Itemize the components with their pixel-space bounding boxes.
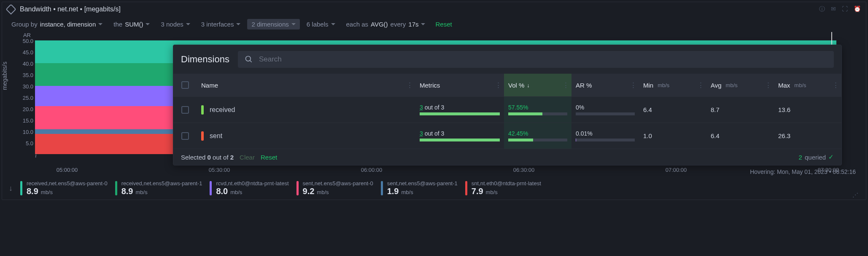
col-max[interactable]: Maxmb/s⋮ (774, 82, 841, 89)
y-tick: 35.0 (12, 72, 33, 78)
clear-button[interactable]: Clear (240, 154, 255, 161)
col-avg[interactable]: Avgmb/s⋮ (706, 82, 774, 89)
search-box[interactable] (238, 51, 834, 68)
y-tick: 25.0 (12, 95, 33, 101)
y-axis: megabits/s AR 50.045.040.035.030.025.020… (2, 32, 35, 167)
sort-arrow-icon[interactable]: ↓ (9, 184, 13, 193)
col-vol[interactable]: Vol %↓⋮ (504, 74, 571, 96)
legend-item[interactable]: received,net.ens5@aws-parent-0 8.9mb/s (20, 180, 108, 196)
y-tick: 15.0 (12, 117, 33, 124)
chevron-down-icon (331, 23, 335, 25)
tag-icon (5, 4, 16, 14)
search-input[interactable] (259, 55, 827, 64)
popup-title: Dimensions (181, 54, 229, 65)
legend-color-icon (115, 181, 117, 195)
reset-button[interactable]: Reset (261, 154, 277, 161)
legend-name: rcvd,nt.eth0@ntdta-prnt-latest (216, 180, 288, 187)
legend-value: 8.9 (27, 187, 38, 196)
query-toolbar: Group by instance, dimension the SUM() 3… (2, 16, 866, 32)
legend-item[interactable]: sent,net.ens5@aws-parent-0 9.2mb/s (297, 180, 373, 196)
table-row[interactable]: sent 3 out of 3 42.45% 0.01% 1.0 6.4 26.… (173, 123, 841, 149)
x-tick: 06:00:00 (361, 167, 383, 173)
select-all-checkbox[interactable] (181, 81, 189, 89)
color-chip (201, 105, 204, 115)
legend-color-icon (381, 181, 383, 195)
legend-value: 8.9 (121, 187, 133, 196)
y-tick: 40.0 (12, 61, 33, 67)
legend-item[interactable]: rcvd,nt.eth0@ntdta-prnt-latest 8.0mb/s (210, 180, 288, 196)
selection-count: Selected 0 out of 2 (181, 154, 234, 161)
info-icon[interactable]: ⓘ (819, 5, 825, 13)
x-tick: 05:00:00 (57, 167, 78, 173)
legend-item[interactable]: sent,net.ens5@aws-parent-1 1.9mb/s (381, 180, 458, 196)
aggregation-selector[interactable]: the SUM() (109, 19, 154, 29)
resize-handle-icon[interactable]: ⋰ (852, 194, 859, 196)
y-tick: 20.0 (12, 106, 33, 112)
row-name-label: received (210, 106, 235, 114)
metrics-cell: 3 out of 3 (415, 104, 504, 115)
dimensions-selector[interactable]: 2 dimensions (247, 19, 299, 29)
row-checkbox[interactable] (181, 132, 189, 140)
y-tick: 10.0 (12, 129, 33, 135)
nodes-selector[interactable]: 3 nodes (156, 19, 194, 29)
ar-cell: 0% (571, 104, 639, 115)
labels-selector[interactable]: 6 labels (302, 19, 340, 29)
avg-cell: 8.7 (706, 106, 774, 113)
color-chip (201, 131, 204, 141)
legend-color-icon (20, 181, 22, 195)
col-min[interactable]: Minmb/s⋮ (639, 82, 706, 89)
interfaces-selector[interactable]: 3 interfaces (197, 19, 245, 29)
check-icon: ✓ (828, 153, 834, 161)
legend-value: 9.2 (303, 187, 315, 196)
hover-timestamp: Hovering: Mon, May 01, 2023 • 06:52:16 (2, 167, 866, 177)
vol-cell: 57.55% (504, 97, 571, 123)
col-ar[interactable]: AR %⋮ (571, 82, 639, 89)
chevron-down-icon (421, 23, 425, 25)
x-tick: 07:30:00 (818, 167, 839, 173)
x-tick: 07:00:00 (666, 167, 687, 173)
reset-button[interactable]: Reset (435, 21, 452, 28)
legend-name: snt,nt.eth0@ntdta-prnt-latest (472, 180, 541, 187)
chevron-down-icon (146, 23, 150, 25)
export-icon[interactable]: ✉ (831, 5, 836, 13)
table-header: Name⋮ Metrics⋮ Vol %↓⋮ AR %⋮ Minmb/s⋮ Av… (173, 74, 841, 96)
legend-item[interactable]: snt,nt.eth0@ntdta-prnt-latest 7.9mb/s (465, 180, 541, 196)
col-metrics[interactable]: Metrics⋮ (415, 82, 504, 89)
legend-name: received,net.ens5@aws-parent-0 (27, 180, 108, 187)
table-row[interactable]: received 3 out of 3 57.55% 0% 6.4 8.7 13… (173, 96, 841, 123)
y-tick: 30.0 (12, 83, 33, 90)
avg-cell: 6.4 (706, 132, 774, 139)
legend-name: sent,net.ens5@aws-parent-1 (387, 180, 458, 187)
y-tick: 50.0 (12, 38, 33, 44)
metrics-cell: 3 out of 3 (415, 130, 504, 141)
legend-name: received,net.ens5@aws-parent-1 (121, 180, 202, 187)
legend-color-icon (297, 181, 299, 195)
row-checkbox[interactable] (181, 106, 189, 114)
chevron-down-icon (291, 23, 296, 25)
legend-value: 1.9 (387, 187, 399, 196)
y-tick: 45.0 (12, 49, 33, 56)
col-name[interactable]: Name⋮ (197, 82, 415, 89)
chevron-down-icon (236, 23, 240, 25)
panel-header: Bandwidth • net.net • [megabits/s] ⓘ ✉ ⛶… (2, 2, 866, 16)
chevron-down-icon (186, 23, 190, 25)
svg-line-1 (250, 61, 251, 62)
legend-value: 7.9 (472, 187, 483, 196)
max-cell: 13.6 (774, 106, 841, 113)
popup-footer: Selected 0 out of 2 Clear Reset 2 querie… (173, 149, 841, 165)
row-name-label: sent (210, 132, 222, 140)
alarm-icon[interactable]: ⏰ (854, 5, 861, 13)
y-tick: 5.0 (12, 140, 33, 147)
x-tick: 05:30:00 (209, 167, 230, 173)
panel-title: Bandwidth • net.net • [megabits/s] (20, 5, 816, 13)
each-as-selector[interactable]: each as AVG() every 17s (342, 19, 430, 29)
group-by-selector[interactable]: Group by instance, dimension (7, 19, 107, 29)
x-tick: 06:30:00 (513, 167, 535, 173)
ar-cell: 0.01% (571, 130, 639, 141)
legend-item[interactable]: received,net.ens5@aws-parent-1 8.9mb/s (115, 180, 202, 196)
max-cell: 26.3 (774, 132, 841, 139)
fullscreen-icon[interactable]: ⛶ (842, 5, 848, 13)
svg-point-0 (245, 56, 251, 61)
legend-value: 8.0 (216, 187, 228, 196)
dimensions-popup: Dimensions Name⋮ Metrics⋮ Vol %↓⋮ AR %⋮ … (173, 45, 842, 165)
